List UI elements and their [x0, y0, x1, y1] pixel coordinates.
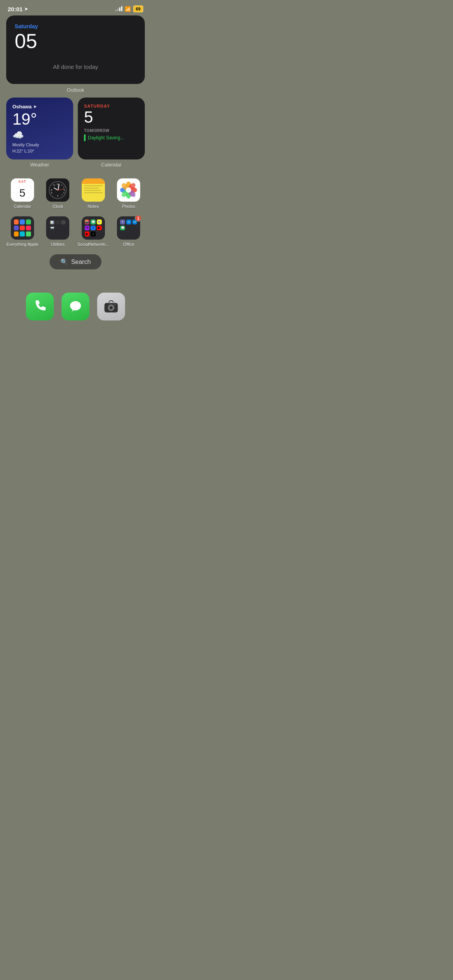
mini-icon	[14, 226, 19, 231]
search-pill[interactable]: 🔍 Search	[50, 254, 102, 269]
mini-icon	[26, 219, 31, 224]
signal-icon	[115, 7, 122, 11]
mini-icon: O	[126, 219, 131, 224]
calendar-widget-container: SATURDAY 5 TOMORROW Daylight Saving... C…	[78, 98, 145, 172]
app-grid: SAT 5 Calendar 12 3 6 9 1 11 2 4 8	[6, 178, 145, 247]
mini-icon: 📊	[50, 220, 54, 224]
notes-app-label: Notes	[88, 204, 99, 209]
mini-icon: ♪	[91, 231, 96, 236]
mini-icon	[14, 231, 19, 236]
mini-icon	[26, 231, 31, 236]
notes-line	[84, 192, 103, 193]
app-item-office[interactable]: T O in 💬 1 Office	[113, 216, 145, 247]
svg-point-8	[126, 187, 131, 193]
weather-description: Mostly Cloudy H:22° L:10°	[12, 142, 67, 154]
mini-icon: 💬	[120, 226, 125, 231]
app-item-calendar[interactable]: SAT 5 Calendar	[6, 178, 39, 209]
phone-icon	[33, 299, 47, 314]
status-left: 20:01 ➤	[8, 6, 28, 12]
weather-temperature: 19°	[12, 110, 67, 128]
weather-location-arrow: ➤	[33, 105, 36, 109]
clock-face: 12 3 6 9 1 11 2 4 8 7	[49, 181, 67, 199]
photos-app-icon	[117, 178, 140, 202]
weather-label: Weather	[6, 162, 73, 168]
social-label: SocialNetworki...	[77, 242, 109, 247]
home-screen-content: Saturday 05 All done for today Outlook O…	[0, 15, 151, 269]
mini-icon: 👻	[97, 219, 102, 224]
calendar-widget-label: Calendar	[78, 162, 145, 168]
weather-widget[interactable]: Oshawa ➤ 19° ☁️ Mostly Cloudy H:22° L:10…	[6, 98, 73, 159]
cal-app-day: SAT	[11, 178, 34, 184]
app-item-utilities[interactable]: 📊 ⌨️ Utilities	[42, 216, 74, 247]
cal-event-dot	[84, 134, 86, 141]
app-item-everything-apple[interactable]: Everything Apple	[6, 216, 39, 247]
mini-icon	[20, 219, 25, 224]
app-item-social[interactable]: 📸 💬 👻 ✉ f ▶ ▶ ♪ SocialNetworki...	[77, 216, 110, 247]
social-icon: 📸 💬 👻 ✉ f ▶ ▶ ♪	[82, 216, 105, 240]
mini-icon	[20, 226, 25, 231]
time-display: 20:01	[8, 6, 22, 12]
calendar-app-icon: SAT 5	[11, 178, 34, 202]
app-item-photos[interactable]: Photos	[113, 178, 145, 209]
mini-icon: T	[120, 219, 125, 224]
everything-apple-label: Everything Apple	[6, 242, 38, 247]
search-icon: 🔍	[60, 258, 68, 266]
mini-icon: ✉	[85, 226, 90, 231]
cal-event-name: Daylight Saving...	[88, 135, 124, 140]
clock-second-hand	[58, 189, 64, 190]
everything-apple-icon	[11, 216, 34, 240]
svg-point-9	[70, 301, 81, 310]
clock-center-dot	[57, 190, 58, 191]
weather-widget-container: Oshawa ➤ 19° ☁️ Mostly Cloudy H:22° L:10…	[6, 98, 73, 172]
mini-icon	[26, 226, 31, 231]
search-bar[interactable]: 🔍 Search	[6, 254, 145, 269]
app-item-clock[interactable]: 12 3 6 9 1 11 2 4 8 7	[42, 178, 74, 209]
clock-app-label: Clock	[52, 204, 63, 209]
mini-icon: 📸	[85, 219, 90, 224]
outlook-day: Saturday	[15, 23, 136, 29]
dock-messages[interactable]	[62, 293, 89, 320]
calendar-app-label: Calendar	[14, 204, 31, 209]
notes-line	[84, 188, 99, 188]
weather-cloud-icon: ☁️	[12, 130, 67, 140]
utilities-label: Utilities	[51, 242, 65, 247]
dock-phone[interactable]	[26, 293, 54, 320]
cal-widget-date: 5	[84, 109, 139, 125]
photos-app-label: Photos	[122, 204, 135, 209]
weather-location: Oshawa ➤	[12, 104, 67, 110]
cal-event: Daylight Saving...	[84, 134, 139, 141]
mini-icon: f	[91, 226, 96, 231]
photos-flower-svg	[120, 182, 137, 199]
notes-line	[84, 190, 101, 191]
search-label: Search	[71, 259, 91, 266]
notes-line	[84, 185, 103, 186]
dock-camera[interactable]	[97, 293, 125, 320]
mini-icon: ⌨️	[50, 226, 54, 230]
widget-row: Oshawa ➤ 19° ☁️ Mostly Cloudy H:22° L:10…	[6, 98, 145, 172]
utilities-icon: 📊 ⌨️	[46, 216, 69, 240]
mini-icon	[14, 219, 19, 224]
outlook-date: 05	[15, 31, 136, 51]
office-icon: T O in 💬 1	[117, 216, 140, 240]
dock	[6, 293, 145, 320]
mini-icon: ▶	[85, 231, 90, 236]
battery-indicator: 69	[133, 5, 143, 12]
location-icon: ➤	[24, 7, 28, 12]
svg-point-16	[110, 307, 112, 309]
mini-icon	[61, 220, 65, 224]
app-item-notes[interactable]: Notes	[77, 178, 110, 209]
status-right: 📶 69	[115, 5, 143, 12]
office-badge: 1	[135, 215, 142, 222]
clock-app-icon: 12 3 6 9 1 11 2 4 8 7	[46, 178, 69, 202]
calendar-widget[interactable]: SATURDAY 5 TOMORROW Daylight Saving...	[78, 98, 145, 159]
camera-icon	[103, 298, 119, 315]
outlook-widget[interactable]: Saturday 05 All done for today	[6, 15, 145, 84]
notes-top-bar	[82, 178, 105, 184]
cal-tomorrow-label: TOMORROW	[84, 128, 139, 133]
messages-icon	[68, 299, 83, 314]
office-label: Office	[123, 242, 134, 247]
notes-app-icon	[82, 178, 105, 202]
mini-icon: 💬	[91, 219, 96, 224]
outlook-label: Outlook	[6, 87, 145, 93]
status-bar: 20:01 ➤ 📶 69	[0, 0, 151, 15]
